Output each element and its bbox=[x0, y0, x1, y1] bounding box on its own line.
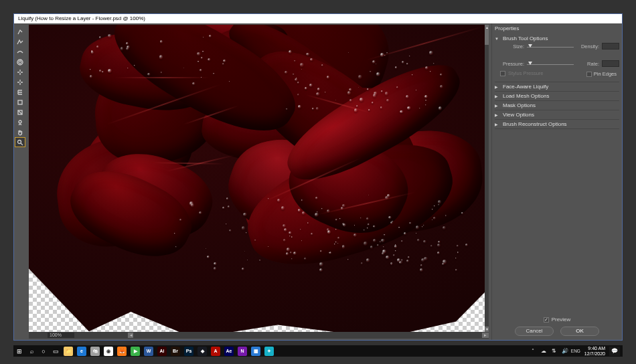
taskbar-app-teal[interactable]: ✦ bbox=[262, 345, 276, 357]
vertical-scrollbar[interactable]: ▴ ▾ bbox=[485, 25, 489, 332]
mask-options-header[interactable]: ▶Mask Options bbox=[495, 102, 619, 108]
pin-edges-option[interactable]: Pin Edges bbox=[586, 71, 618, 77]
window-title: Liquify (How to Resize a Layer - Flower.… bbox=[14, 14, 622, 23]
time-text: 9:40 AM bbox=[584, 346, 605, 351]
stylus-pressure-label: Stylus Pressure bbox=[508, 70, 544, 76]
system-tray: ˄ ☁ ⇅ 🔊 ENG 9:40 AM 12/7/2020 💬 bbox=[528, 346, 623, 357]
freeze-mask-tool[interactable] bbox=[15, 98, 25, 106]
svg-point-3 bbox=[18, 140, 21, 143]
pin-edges-label: Pin Edges bbox=[594, 71, 617, 77]
taskbar-app-blue[interactable]: ▦ bbox=[249, 345, 262, 357]
push-left-tool[interactable] bbox=[15, 88, 25, 96]
taskbar-word[interactable]: W bbox=[142, 345, 155, 357]
canvas-area: ▴ ▾ 100% ◂ ▸ bbox=[29, 25, 489, 339]
section-label: View Options bbox=[503, 112, 534, 118]
brush-tool-options-section: ▼ Brush Tool Options Size: Density: Pres… bbox=[495, 34, 619, 82]
density-label: Density: bbox=[574, 43, 602, 50]
bloat-tool[interactable] bbox=[15, 78, 25, 86]
network-icon[interactable]: ⇅ bbox=[550, 348, 559, 354]
smooth-tool[interactable] bbox=[15, 48, 25, 56]
section-label: Brush Tool Options bbox=[503, 35, 548, 41]
reconstruct-tool[interactable] bbox=[15, 37, 25, 46]
taskbar-app-green[interactable]: ▶ bbox=[129, 345, 142, 357]
pressure-label: Pressure: bbox=[495, 61, 527, 67]
windows-taskbar: ⊞⌕○▭📁e🛍◉🦊▶WAiBrPs◈AAeN▦✦ ˄ ☁ ⇅ 🔊 ENG 9:4… bbox=[13, 345, 623, 357]
view-options-header[interactable]: ▶View Options bbox=[495, 112, 619, 118]
panel-title: Properties bbox=[495, 25, 619, 31]
pin-edges-checkbox[interactable] bbox=[586, 72, 592, 77]
size-slider[interactable] bbox=[527, 43, 574, 50]
document-canvas[interactable]: ▴ ▾ bbox=[29, 25, 489, 332]
taskbar-after-effects[interactable]: Ae bbox=[222, 345, 236, 357]
cancel-button[interactable]: Cancel bbox=[515, 327, 554, 336]
taskbar-start[interactable]: ⊞ bbox=[13, 345, 25, 357]
horizontal-scrollbar[interactable] bbox=[133, 333, 482, 338]
onedrive-icon[interactable]: ☁ bbox=[539, 348, 548, 354]
taskbar-onenote[interactable]: N bbox=[236, 345, 249, 357]
density-value[interactable] bbox=[602, 43, 619, 50]
scroll-up-button[interactable]: ▴ bbox=[485, 25, 489, 30]
zoom-tool[interactable] bbox=[15, 138, 25, 147]
date-text: 12/7/2020 bbox=[584, 351, 605, 357]
taskbar-photoshop[interactable]: Ps bbox=[182, 345, 195, 357]
rose-image bbox=[29, 25, 489, 332]
section-label: Load Mesh Options bbox=[503, 93, 549, 99]
svg-point-2 bbox=[19, 120, 21, 123]
taskbar-acrobat[interactable]: A bbox=[209, 345, 222, 357]
section-label: Mask Options bbox=[503, 102, 536, 108]
thaw-mask-tool[interactable] bbox=[15, 108, 25, 116]
preview-checkbox[interactable] bbox=[544, 317, 549, 323]
hand-tool[interactable] bbox=[15, 128, 25, 136]
scroll-down-button[interactable]: ▾ bbox=[485, 327, 489, 332]
size-label: Size: bbox=[495, 43, 527, 50]
taskbar-file-explorer[interactable]: 📁 bbox=[62, 345, 75, 357]
taskbar-cortana[interactable]: ○ bbox=[37, 345, 50, 357]
rate-value[interactable] bbox=[602, 60, 619, 67]
brush-tool-options-header[interactable]: ▼ Brush Tool Options bbox=[495, 35, 619, 41]
section-label: Brush Reconstruct Options bbox=[503, 121, 567, 127]
liquify-toolbar bbox=[14, 23, 26, 340]
stylus-pressure-checkbox bbox=[500, 71, 505, 76]
twirl-tool[interactable] bbox=[15, 58, 25, 66]
vertical-scroll-thumb[interactable] bbox=[485, 30, 489, 45]
preview-label: Preview bbox=[552, 316, 570, 323]
taskbar-bridge[interactable]: Br bbox=[169, 345, 182, 357]
taskbar-illustrator[interactable]: Ai bbox=[155, 345, 169, 357]
density-slider[interactable] bbox=[602, 52, 619, 58]
pressure-slider[interactable] bbox=[527, 60, 574, 67]
taskbar-taskview[interactable]: ▭ bbox=[50, 345, 62, 357]
taskbar-search[interactable]: ⌕ bbox=[25, 345, 37, 357]
ok-button[interactable]: OK bbox=[560, 327, 599, 336]
taskbar-store[interactable]: 🛍 bbox=[88, 345, 102, 357]
taskbar-firefox[interactable]: 🦊 bbox=[115, 345, 129, 357]
disclosure-triangle-icon: ▼ bbox=[495, 37, 500, 41]
liquify-dialog: Liquify (How to Resize a Layer - Flower.… bbox=[13, 13, 623, 341]
rate-label: Rate: bbox=[574, 61, 602, 67]
stylus-pressure-option: Stylus Pressure bbox=[496, 70, 544, 78]
volume-icon[interactable]: 🔊 bbox=[560, 348, 570, 354]
scroll-right-button[interactable]: ▸ bbox=[482, 333, 489, 338]
taskbar-chrome[interactable]: ◉ bbox=[102, 345, 115, 357]
section-label: Face-Aware Liquify bbox=[503, 84, 548, 90]
language-icon[interactable]: ENG bbox=[571, 349, 580, 353]
face-aware-liquify-header[interactable]: ▶Face-Aware Liquify bbox=[495, 84, 619, 90]
preview-option[interactable]: Preview bbox=[544, 316, 570, 323]
forward-warp-tool[interactable] bbox=[15, 27, 25, 36]
load-mesh-options-header[interactable]: ▶Load Mesh Options bbox=[495, 93, 619, 99]
tray-overflow-icon[interactable]: ˄ bbox=[528, 348, 538, 354]
brush-reconstruct-options-header[interactable]: ▶Brush Reconstruct Options bbox=[495, 121, 619, 127]
clock[interactable]: 9:40 AM 12/7/2020 bbox=[582, 346, 608, 357]
taskbar-edge[interactable]: e bbox=[75, 345, 88, 357]
action-center-icon[interactable]: 💬 bbox=[609, 347, 620, 356]
face-tool[interactable] bbox=[15, 118, 25, 126]
properties-panel: Properties ▼ Brush Tool Options Size: De… bbox=[491, 23, 622, 340]
canvas-footer: 100% ◂ ▸ bbox=[29, 332, 489, 339]
taskbar-steam[interactable]: ◈ bbox=[195, 345, 209, 357]
zoom-readout[interactable]: 100% bbox=[48, 333, 74, 338]
pucker-tool[interactable] bbox=[15, 68, 25, 76]
svg-rect-0 bbox=[18, 100, 22, 104]
